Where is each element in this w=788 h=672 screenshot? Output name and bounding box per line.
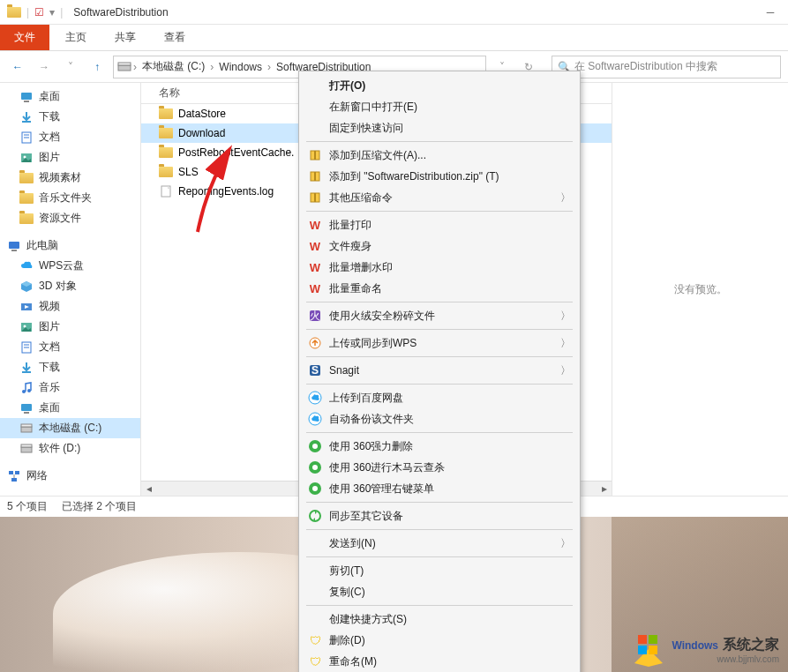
scroll-left-button[interactable]: ◂ (141, 482, 156, 497)
tab-share[interactable]: 共享 (101, 25, 150, 50)
menu-item[interactable]: SSnagit〉 (301, 360, 578, 381)
tree-item[interactable]: 3D 对象 (0, 276, 140, 296)
menu-item[interactable]: 自动备份该文件夹 (301, 408, 578, 429)
svg-rect-26 (21, 447, 32, 452)
svg-point-53 (312, 444, 318, 449)
svg-rect-10 (9, 242, 19, 249)
menu-item[interactable]: W文件瘦身 (301, 235, 578, 257)
menu-item[interactable]: 上传到百度网盘 (301, 387, 578, 408)
minimize-button[interactable]: ─ (753, 0, 788, 25)
menu-item[interactable]: 🛡重命名(M) (301, 651, 578, 672)
recent-dropdown[interactable]: ˅ (60, 56, 81, 78)
tree-label: 文档 (39, 130, 60, 145)
tree-item[interactable]: 桌面 (0, 86, 140, 107)
svg-rect-1 (118, 63, 131, 65)
menu-item[interactable]: 固定到快速访问 (301, 117, 578, 138)
menu-item[interactable]: 添加到压缩文件(A)... (301, 145, 578, 166)
menu-item[interactable]: 创建快捷方式(S) (301, 609, 578, 630)
col-name[interactable]: 名称 (159, 86, 180, 101)
shield-icon: 🛡 (310, 634, 321, 647)
tree-item[interactable]: 视频素材 (0, 168, 140, 188)
pic-icon (19, 320, 34, 334)
menu-label: 同步至其它设备 (329, 509, 403, 524)
menu-item[interactable]: 同步至其它设备 (301, 505, 578, 526)
svg-rect-23 (24, 412, 29, 414)
tree-item[interactable]: 图片 (0, 147, 140, 168)
tree-item[interactable]: 图片 (0, 317, 140, 337)
tree-label: 桌面 (39, 89, 60, 104)
breadcrumb-item[interactable]: 本地磁盘 (C:) (139, 59, 208, 74)
tree-item[interactable]: 音乐文件夹 (0, 188, 140, 208)
menu-item[interactable]: 上传或同步到WPS〉 (301, 332, 578, 354)
breadcrumb-item[interactable]: Windows (215, 61, 266, 73)
menu-item[interactable]: 打开(O) (301, 75, 578, 96)
nav-tree[interactable]: 桌面下载文档图片视频素材音乐文件夹资源文件 此电脑 WPS云盘3D 对象视频图片… (0, 83, 141, 496)
tree-label: 音乐 (39, 380, 60, 395)
menu-label: 剪切(T) (329, 564, 364, 579)
search-input[interactable]: 🔍 在 SoftwareDistribution 中搜索 (552, 56, 781, 78)
submenu-arrow-icon: 〉 (560, 336, 571, 351)
tab-file[interactable]: 文件 (0, 25, 49, 50)
qat-checkbox-icon[interactable]: ☑ (34, 6, 44, 19)
tree-item[interactable]: 下载 (0, 107, 140, 127)
menu-item[interactable]: W批量打印 (301, 214, 578, 235)
submenu-arrow-icon: 〉 (560, 536, 571, 551)
menu-item[interactable]: 使用 360管理右键菜单 (301, 478, 578, 499)
shield-icon: 🛡 (310, 655, 321, 668)
scroll-right-button[interactable]: ▸ (597, 482, 612, 497)
qat-overflow-icon[interactable]: ▾ (49, 6, 55, 19)
tree-item[interactable]: 本地磁盘 (C:) (0, 418, 140, 438)
menu-label: 添加到压缩文件(A)... (329, 148, 426, 163)
wps-w-icon: W (306, 240, 324, 253)
status-count: 5 个项目 (7, 499, 48, 514)
tab-view[interactable]: 查看 (150, 25, 199, 50)
sync-icon (306, 509, 324, 523)
svg-rect-11 (11, 250, 17, 251)
tree-item[interactable]: 文档 (0, 127, 140, 147)
menu-item[interactable]: 复制(C) (301, 581, 578, 602)
3d-icon (19, 280, 34, 294)
video-icon (19, 300, 34, 314)
svg-point-55 (312, 465, 318, 470)
menu-separator (306, 502, 573, 503)
quick-access-toolbar: | ☑ ▾ | (0, 5, 63, 19)
tree-label: 图片 (39, 319, 60, 334)
tree-item[interactable]: 音乐 (0, 377, 140, 398)
status-selection: 已选择 2 个项目 (62, 499, 137, 514)
up-button[interactable]: ↑ (86, 56, 108, 78)
menu-separator (306, 302, 573, 302)
menu-item[interactable]: 在新窗口中打开(E) (301, 96, 578, 117)
tree-item[interactable]: WPS云盘 (0, 256, 140, 276)
menu-item[interactable]: W批量重命名 (301, 278, 578, 299)
menu-separator (306, 529, 573, 530)
tree-item[interactable]: 资源文件 (0, 208, 140, 228)
tree-item[interactable]: 桌面 (0, 398, 140, 418)
tab-home[interactable]: 主页 (51, 25, 101, 50)
menu-separator (306, 141, 573, 142)
menu-item[interactable]: 其他压缩命令〉 (301, 187, 578, 208)
menu-item[interactable]: 🛡删除(D) (301, 630, 578, 651)
forward-button[interactable]: → (34, 56, 55, 78)
menu-item[interactable]: 使用 360进行木马云查杀 (301, 457, 578, 478)
menu-item[interactable]: 火使用火绒安全粉碎文件〉 (301, 305, 578, 326)
svg-rect-44 (314, 193, 316, 202)
menu-item[interactable]: 剪切(T) (301, 560, 578, 581)
menu-item[interactable]: W批量增删水印 (301, 257, 578, 278)
context-menu: 打开(O)在新窗口中打开(E)固定到快速访问添加到压缩文件(A)...添加到 "… (298, 71, 581, 672)
tree-this-pc[interactable]: 此电脑 (0, 235, 140, 256)
download-icon (19, 110, 34, 124)
360-icon (306, 460, 324, 474)
tree-item[interactable]: 视频 (0, 296, 140, 317)
back-button[interactable]: ← (7, 56, 28, 78)
menu-item[interactable]: 使用 360强力删除 (301, 436, 578, 457)
menu-separator (306, 432, 573, 433)
svg-point-57 (312, 486, 318, 491)
menu-item[interactable]: 添加到 "SoftwareDistribution.zip" (T) (301, 166, 578, 187)
qat-divider: | (26, 6, 29, 19)
tree-item[interactable]: 软件 (D:) (0, 438, 140, 459)
tree-item[interactable]: 下载 (0, 357, 140, 377)
tree-item[interactable]: 文档 (0, 337, 140, 357)
tree-network[interactable]: 网络 (0, 466, 140, 486)
preview-empty-text: 没有预览。 (674, 282, 727, 297)
menu-item[interactable]: 发送到(N)〉 (301, 533, 578, 554)
